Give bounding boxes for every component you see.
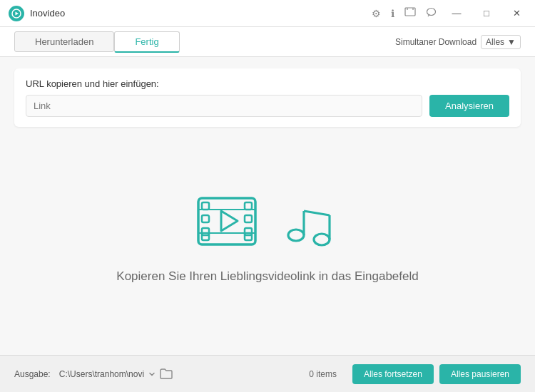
empty-icons <box>195 191 341 255</box>
film-icon <box>195 191 273 255</box>
simultaneous-label: Simultaner Download <box>395 37 477 47</box>
svg-rect-2 <box>405 8 415 16</box>
bottom-bar: Ausgabe: C:\Users\tranhom\novi 0 items A… <box>0 355 535 392</box>
simultaneous-dropdown[interactable]: Alles ▼ <box>481 35 521 49</box>
svg-marker-1 <box>16 11 19 15</box>
svg-rect-9 <box>245 202 252 210</box>
svg-point-18 <box>314 234 330 245</box>
items-count: 0 items <box>309 369 337 379</box>
main-content: URL kopieren und hier einfügen: Analysie… <box>0 57 535 355</box>
tab-done[interactable]: Fertig <box>114 31 179 53</box>
dropdown-arrow-icon: ▼ <box>507 37 516 47</box>
url-label: URL kopieren und hier einfügen: <box>26 78 509 89</box>
svg-point-3 <box>427 9 436 16</box>
bottom-buttons: Alles fortsetzen Alles pausieren <box>352 364 521 384</box>
output-label: Ausgabe: <box>14 369 51 379</box>
maximize-button[interactable]: □ <box>477 4 496 24</box>
minimize-button[interactable]: — <box>447 4 467 24</box>
empty-text: Kopieren Sie Ihren Lieblingsvideolink in… <box>116 269 418 284</box>
info-icon[interactable]: ℹ <box>391 8 394 19</box>
music-icon <box>280 191 341 255</box>
settings-icon[interactable]: ⚙ <box>372 8 381 19</box>
svg-line-20 <box>304 211 330 215</box>
output-path-text: C:\Users\tranhom\novi <box>59 369 144 379</box>
svg-rect-11 <box>245 228 252 235</box>
title-bar: Inovideo ⚙ ℹ — □ ✕ <box>0 0 535 27</box>
svg-rect-8 <box>202 233 209 240</box>
folder-icon[interactable] <box>160 368 173 380</box>
tab-right-area: Simultaner Download Alles ▼ <box>395 35 521 49</box>
svg-rect-7 <box>202 228 209 235</box>
title-bar-controls: ⚙ ℹ — □ ✕ <box>372 4 526 24</box>
empty-state: Kopieren Sie Ihren Lieblingsvideolink in… <box>14 127 521 348</box>
cart-icon[interactable] <box>404 7 416 19</box>
app-name: Inovideo <box>30 8 65 19</box>
url-input-row: Analysieren <box>26 95 509 117</box>
url-input[interactable] <box>26 95 422 117</box>
close-button[interactable]: ✕ <box>506 4 526 24</box>
svg-rect-12 <box>245 233 252 240</box>
resume-all-button[interactable]: Alles fortsetzen <box>352 364 434 384</box>
svg-rect-4 <box>198 198 255 244</box>
svg-rect-10 <box>245 215 252 222</box>
title-bar-left: Inovideo <box>9 6 65 21</box>
pause-all-button[interactable]: Alles pausieren <box>439 364 521 384</box>
url-section: URL kopieren und hier einfügen: Analysie… <box>14 68 521 127</box>
tab-download[interactable]: Herunterladen <box>14 31 114 52</box>
simultaneous-value: Alles <box>486 37 504 47</box>
svg-point-16 <box>288 229 304 241</box>
analyze-button[interactable]: Analysieren <box>429 95 509 117</box>
svg-marker-13 <box>221 211 238 231</box>
chat-icon[interactable] <box>426 7 437 19</box>
svg-rect-6 <box>202 215 209 222</box>
output-path-area: C:\Users\tranhom\novi <box>59 368 300 380</box>
svg-rect-5 <box>202 202 209 210</box>
tabs-container: Herunterladen Fertig <box>14 27 180 56</box>
app-logo <box>9 6 24 21</box>
tab-bar: Herunterladen Fertig Simultaner Download… <box>0 27 535 57</box>
chevron-down-icon <box>148 371 156 378</box>
